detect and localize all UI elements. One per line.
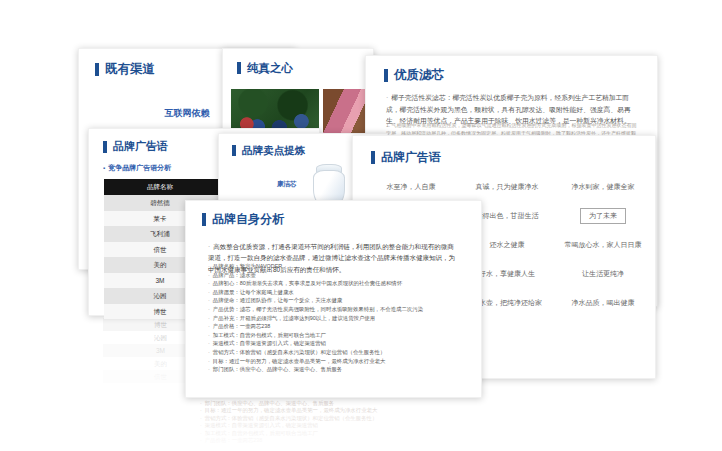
slogan-cell: 水至净，人自康	[363, 172, 459, 201]
analysis-bullet: 品牌愿景：让每个家庭喝上健康水	[208, 288, 466, 297]
reflection-line: 加工模式：自营外包模式，后期可联合当地工厂	[200, 430, 480, 437]
slide-title: 优质滤芯	[384, 69, 444, 82]
analysis-bullet: 品牌产品：滤水壶	[208, 271, 466, 280]
analysis-bullet-list: 品牌名称：暂定为NAVODER 品牌产品：滤水壶 品牌初心：80后渐渐失去求真，…	[208, 262, 466, 374]
slogan-cell: 真诚，只为健康净水	[459, 172, 555, 201]
table-header-brand-name: 品牌名称	[104, 179, 216, 195]
slogan-cell: 让生活更纯净	[555, 259, 651, 288]
reflection-line: 目标：通过一年的努力，确定滤水壶单品类第一，最终成为净水行业老大	[200, 407, 480, 414]
slide-title: 品牌自身分析	[202, 213, 284, 226]
analysis-bullet: 目标：通过一年的努力，确定滤水壶单品类第一，最终成为净水行业老大	[208, 357, 466, 366]
slide-subtitle: 竞争品牌广告语分析	[103, 163, 171, 173]
bullet-dot-icon: ·	[386, 94, 388, 101]
reflection-line: 部门团队：供应中心、品牌中心、渠道中心、售后服务	[200, 400, 480, 407]
slide-title: 纯真之心	[237, 62, 293, 74]
slide-brand-self-analysis[interactable]: 品牌自身分析 ·高效整合优质资源，打通各渠道环节间的利润链，利用团队的整合能力和…	[185, 200, 482, 398]
analysis-bullet: 产品价格：一壶两芯238	[208, 322, 466, 331]
bullet-dot-icon: ·	[208, 243, 210, 250]
slogan-cell: 净水到家，健康全家	[555, 172, 651, 201]
analysis-bullet: 品牌名称：暂定为NAVODER	[208, 262, 466, 271]
slogan-cell: 常喝放心水，家人日日康	[555, 230, 651, 259]
analysis-bullet: 品牌使命：通过团队协作，让每一个受众，关注水健康	[208, 296, 466, 305]
analysis-bullet: 部门团队：供应中心、品牌中心、渠道中心、售后服务	[208, 365, 466, 374]
reflection-line: 营销方式：体验营销（感受自来水污染现状）和定位营销（会生服务性）	[200, 415, 480, 422]
slide-title: 品牌广告语	[371, 151, 441, 164]
product-label: 康洁芯	[277, 180, 297, 189]
slide-collage: 既有渠道 互联网依赖 高频次沟通 纯真之心 优质滤芯 ·椰子壳活性炭滤芯：椰壳活…	[0, 0, 722, 451]
reflection-line: 产品价格：一壶两芯238	[200, 437, 480, 444]
filter-description-text: 椰子壳活性炭滤芯：椰壳活性炭以优质椰子壳为原料，经系列生产工艺精加工而成，椰壳活…	[386, 94, 631, 124]
analysis-reflection: 部门团队：供应中心、品牌中心、渠道中心、售后服务 目标：通过一年的努力，确定滤水…	[200, 400, 480, 444]
slide-title: 既有渠道	[95, 63, 155, 76]
slide-title: 品牌卖点提炼	[232, 145, 305, 156]
analysis-bullet: 产品补充：开箱后必须排气，过滤率达到90以上，建议送货按户使用	[208, 314, 466, 323]
analysis-bullet: 产品优势：滤芯，椰子壳活性炭高强吸附性，同时水垢吸附效果特别，不会造成二次污染	[208, 305, 466, 314]
reflection-line: 渠道模式：自带渠道资源引入式，确定渠道营销	[200, 422, 480, 429]
slogan-cell-selected[interactable]: 为了未来	[555, 201, 651, 230]
analysis-bullet: 加工模式：自营外包模式，后期可联合当地工厂	[208, 331, 466, 340]
slide-title: 品牌广告语	[103, 141, 168, 153]
analysis-bullet: 渠道模式：自带渠道资源引入式，确定渠道营销	[208, 339, 466, 348]
slogan-cell: 净水品质，喝出健康	[555, 288, 651, 317]
analysis-bullet: 品牌初心：80后渐渐失去求真，实事求是及对中国水质现状的社会责任感和情怀	[208, 279, 466, 288]
analysis-bullet: 营销方式：体验营销（感受自来水污染现状）和定位营销（会生服务性）	[208, 348, 466, 357]
